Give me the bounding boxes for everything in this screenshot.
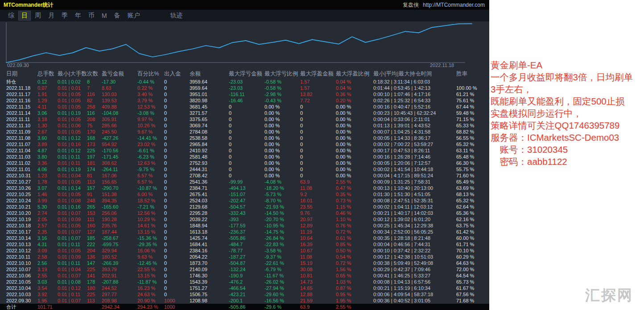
table-row[interactable]: 2022.11.083.600.01 | 0.12168-427.26-14.4… bbox=[0, 135, 489, 141]
cell-fl_pct: -2.98 % bbox=[264, 91, 300, 97]
cell-inout: 1000 bbox=[164, 304, 190, 310]
cell-fl_pct: -9.37 % bbox=[264, 254, 300, 260]
table-row[interactable]: 2022.11.154.110.01 | 0.05258409.8812.53 … bbox=[0, 104, 489, 110]
cell-fp_pct: 0.72 % bbox=[336, 229, 373, 235]
cell-lots: 3.60 bbox=[37, 135, 58, 141]
table-row[interactable]: 2022.10.192.050.01 | 0.09111190.2810.29 … bbox=[0, 216, 489, 222]
column-header-fp_pct: 最大浮盈比例 bbox=[336, 70, 373, 78]
table-row[interactable]: 2022.10.033.920.01 | 0.11225297.7724.63 … bbox=[0, 291, 489, 297]
cell-count: 197 bbox=[87, 154, 102, 160]
cell-count: 181 bbox=[87, 160, 102, 166]
menu-tab-综[interactable]: 综 bbox=[5, 11, 17, 20]
table-row[interactable]: 2022.10.311.230.01 | 0.0481167.066.57 %0… bbox=[0, 172, 489, 179]
cell-fl_amt: 0 bbox=[229, 116, 264, 122]
menu-tab-账户[interactable]: 账户 bbox=[125, 11, 143, 20]
cell-fl_pct: 0.00 % bbox=[264, 104, 300, 110]
table-row[interactable]: 2022.10.123.090.01 | 0.05204329.9416.06 … bbox=[0, 247, 489, 254]
menu-tab-M[interactable]: M bbox=[99, 12, 110, 20]
cell-minmax: 0.01 | 0.12 bbox=[58, 285, 87, 291]
table-row[interactable]: 2022.10.062.550.01 | 0.07141202.9113.15 … bbox=[0, 272, 489, 279]
cell-times: 0:00:02 | 1:41:54 | 10:44:18 bbox=[373, 166, 456, 172]
table-row[interactable]: 2022.11.023.360.01 | 0.11181308.6212.63 … bbox=[0, 160, 489, 166]
cell-count: 7 bbox=[87, 85, 102, 91]
cell-fl_pct: -29.6 % bbox=[264, 304, 300, 310]
brand-url-link[interactable]: http://MTCommander.com bbox=[423, 2, 485, 8]
cell-times: 0:00:06 | 4:09:54 | 58:37:18 bbox=[373, 291, 456, 297]
cell-fp_pct: 0.00 % bbox=[336, 141, 373, 147]
cell-times: 0:00:41 | 1:46:25 | 5:33:27 bbox=[373, 272, 456, 279]
table-row[interactable]: 2022.11.033.800.01 | 0.11197-171.45-6.23… bbox=[0, 154, 489, 160]
cell-times: 0:00:02 | 7:00:22 | 53:59:27 bbox=[373, 141, 456, 147]
table-row[interactable]: 2022.10.271.780.01 | 0.05113156.656.57 %… bbox=[0, 179, 489, 185]
cell-lots: 1.91 bbox=[37, 91, 58, 97]
menu-tab-备[interactable]: 备 bbox=[111, 11, 123, 20]
table-row[interactable]: 2022.10.172.350.01 | 0.07127187.4413.15 … bbox=[0, 229, 489, 235]
cell-winrate: 61.67 % bbox=[456, 285, 488, 291]
table-row[interactable]: 2022.10.243.990.01 | 0.08248394.3518.52 … bbox=[0, 197, 489, 204]
cell-lots: 3.92 bbox=[37, 291, 58, 297]
table-row[interactable]: 2022.10.202.740.01 | 0.07153256.0612.56 … bbox=[0, 210, 489, 216]
cell-balance: 2140.09 bbox=[190, 266, 229, 272]
cell-winrate: 59.48 % bbox=[456, 110, 488, 116]
table-row[interactable]: 2022.11.092.670.01 | 0.05170245.509.67 %… bbox=[0, 129, 489, 135]
cell-count: 153 bbox=[87, 210, 102, 216]
table-row[interactable]: 2022.11.044.870.01 | 0.12225-170.56-6.61… bbox=[0, 147, 489, 154]
table-row[interactable]: 2022.11.101.300.01 | 0.0675285.6610.26 %… bbox=[0, 122, 489, 129]
table-row[interactable]: 2022.11.014.060.01 | 0.19174-264.11-9.75… bbox=[0, 166, 489, 172]
table-row[interactable]: 2022.10.043.540.01 | 0.12180244.5216.23 … bbox=[0, 285, 489, 291]
cell-lots: 2.57 bbox=[37, 222, 58, 229]
menu-tab-日[interactable]: 日 bbox=[19, 11, 30, 20]
cell-inout: 0 bbox=[164, 279, 190, 285]
cell-fp_pct: 0.00 % bbox=[336, 110, 373, 116]
cell-winrate: 65.32 % bbox=[456, 197, 488, 204]
cell-minmax: 0.01 | 0.07 bbox=[58, 229, 87, 235]
cell-balance: 2384.71 bbox=[190, 185, 229, 191]
cell-pct: 16.23 % bbox=[137, 285, 164, 291]
table-row[interactable]: 2022.10.263.070.01 | 0.14157-290.70-10.8… bbox=[0, 185, 489, 191]
cell-pnl: -427.26 bbox=[102, 135, 137, 141]
cell-fl_pct: -3.58 % bbox=[264, 247, 300, 254]
cell-winrate: 55.75 % bbox=[456, 166, 488, 172]
table-row[interactable]: 2022.10.053.030.01 | 0.08178-207.88-11.8… bbox=[0, 279, 489, 285]
menu-tab-月[interactable]: 月 bbox=[45, 11, 57, 20]
table-row[interactable]: 2022.10.251.460.01 | 0.0591151.386.00 %0… bbox=[0, 191, 489, 197]
table-row[interactable]: 2022.10.182.570.01 | 0.05160235.7614.61 … bbox=[0, 222, 489, 229]
table-row[interactable]: 2022.11.171.910.01 | 0.05116130.033.40 %… bbox=[0, 91, 489, 97]
menu-tab-币[interactable]: 币 bbox=[86, 11, 97, 20]
cell-minmax: 0.01 | 0.05 bbox=[58, 91, 87, 97]
menu-tab-trail[interactable]: 轨迹 bbox=[168, 11, 186, 20]
table-row[interactable]: 2022.10.112.580.01 | 0.09136180.529.63 %… bbox=[0, 254, 489, 260]
menu-tab-周[interactable]: 周 bbox=[32, 11, 44, 20]
cell-fp_pct: 0.95 % bbox=[336, 291, 373, 297]
cell-fl_amt: -332.43 bbox=[229, 210, 264, 216]
table-row[interactable]: 2022.11.143.060.01 | 0.19116-104.08-3.08… bbox=[0, 110, 489, 116]
cell-lots: 1.23 bbox=[37, 172, 58, 179]
table-row[interactable]: 2022.11.180.070.01 | 0.0178.630.22 %0395… bbox=[0, 85, 489, 91]
cell-fp_amt: 11.08 bbox=[300, 254, 336, 260]
watermark: 汇探网 bbox=[585, 285, 633, 306]
table-row[interactable]: 2022.10.143.160.01 | 0.07185-258.67-15.3… bbox=[0, 235, 489, 241]
table-row[interactable]: 2022.10.134.310.01 | 0.11222-699.75-29.3… bbox=[0, 241, 489, 247]
table-row[interactable]: 2022.11.073.890.01 | 0.16173554.9223.02 … bbox=[0, 141, 489, 147]
cell-date: 合计 bbox=[6, 304, 37, 310]
table-row-total[interactable]: 合计101.712942.34294.23 %1000-505.86-29.6 … bbox=[0, 304, 489, 310]
table-row[interactable]: 2022.10.215.300.01 | 0.16265-165.60-7.21… bbox=[0, 204, 489, 210]
table-row[interactable]: 持仓0.120.01 | 0.028-17.30-0.44 %03959.64-… bbox=[0, 79, 489, 85]
table-row[interactable]: 2022.11.113.180.01 | 0.05208305.919.97 %… bbox=[0, 116, 489, 122]
cell-fl_amt: -99.99 bbox=[229, 179, 264, 185]
cell-date: 2022.10.24 bbox=[6, 197, 37, 204]
cell-fp_pct: 0.65 % bbox=[336, 272, 373, 279]
cell-inout: 0 bbox=[164, 122, 190, 129]
table-row[interactable]: 2022.11.161.290.01 | 0.0582139.533.79 %0… bbox=[0, 97, 489, 104]
cell-inout: 0 bbox=[164, 210, 190, 216]
column-header-minmax: 最小|大手数 bbox=[58, 70, 87, 78]
table-row[interactable]: 2022.10.073.190.01 | 0.04225393.7922.55 … bbox=[0, 266, 489, 272]
cell-inout: 0 bbox=[164, 110, 190, 116]
menu-tab-年[interactable]: 年 bbox=[72, 11, 84, 20]
menu-tab-季[interactable]: 季 bbox=[59, 11, 70, 20]
table-row[interactable]: 2022.09.301.950.01 | 0.07113208.9820.90 … bbox=[0, 297, 489, 304]
cell-balance: 1751.27 bbox=[190, 285, 229, 291]
table-row[interactable]: 2022.10.102.560.01 | 0.11147-266.39-12.4… bbox=[0, 260, 489, 266]
cell-date: 2022.11.10 bbox=[6, 122, 37, 129]
cell-pct: -6.23 % bbox=[137, 154, 164, 160]
